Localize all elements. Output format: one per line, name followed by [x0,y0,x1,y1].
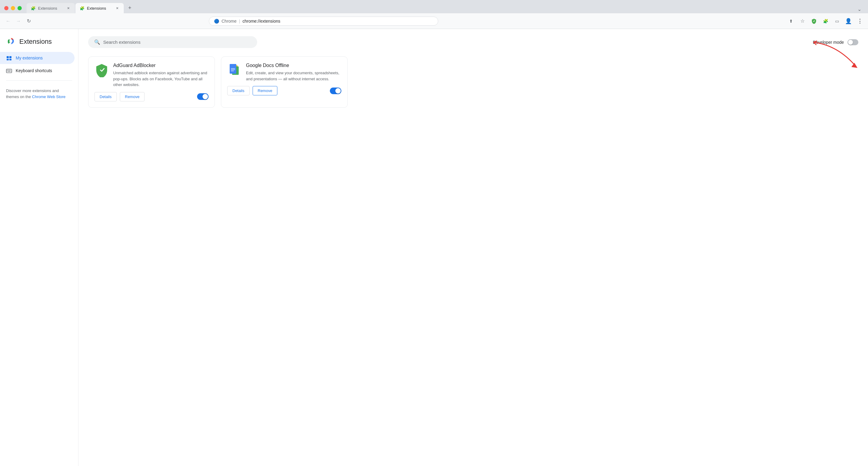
forward-button[interactable]: → [14,17,23,26]
extension-header-adguard: AdGuard AdBlocker Unmatched adblock exte… [94,63,209,88]
main-content: 🔍 Search extensions Developer mode [79,29,868,466]
adguard-remove-button[interactable]: Remove [120,92,145,101]
svg-rect-21 [231,69,235,70]
window-close[interactable] [4,6,8,10]
url-prefix: Chrome [221,19,237,24]
tab-label-2: Extensions [87,6,106,10]
extension-name-adguard: AdGuard AdBlocker [113,63,209,68]
url-divider: | [239,19,240,24]
sidebar-header: Extensions [0,34,78,52]
gdocs-remove-button[interactable]: Remove [253,86,277,95]
reload-button[interactable]: ↻ [24,17,33,26]
address-bar: ← → ↻ 🔵 Chrome | chrome://extensions ⬆ ☆ [0,13,868,29]
extension-info-adguard: AdGuard AdBlocker Unmatched adblock exte… [113,63,209,88]
svg-point-2 [9,39,12,42]
extensions-grid: AdGuard AdBlocker Unmatched adblock exte… [88,57,858,108]
sidebar-toggle[interactable]: ▭ [832,17,841,26]
tab-2[interactable]: 🧩 Extensions ✕ [75,3,124,13]
window-maximize[interactable] [18,6,22,10]
sidebar-item-keyboard-shortcuts[interactable]: Keyboard shortcuts [0,65,74,77]
sidebar-divider [6,80,72,81]
svg-rect-13 [8,71,10,71]
tab-strip-menu[interactable]: ⌄ [858,6,861,12]
adguard-toolbar-icon[interactable] [809,17,818,26]
svg-rect-8 [7,70,7,71]
svg-rect-4 [9,56,11,58]
bookmark-button[interactable]: ☆ [798,17,807,26]
gdocs-extension-icon [227,63,242,77]
browser-frame: 🧩 Extensions ✕ 🧩 Extensions ✕ + ⌄ [0,0,868,466]
svg-rect-3 [7,56,9,58]
extension-actions-gdocs: Details Remove [227,86,341,95]
tab-puzzle-icon-2: 🧩 [80,6,85,10]
sidebar-item-my-extensions[interactable]: My extensions [0,52,74,64]
chrome-web-store-link[interactable]: Chrome Web Store [32,94,65,99]
menu-button[interactable]: ⋮ [855,17,864,26]
share-button[interactable]: ⬆ [786,17,796,26]
extension-card-gdocs: Google Docs Offline Edit, create, and vi… [221,57,348,108]
my-extensions-icon [6,55,12,61]
extension-actions-adguard: Details Remove [94,92,209,101]
keyboard-shortcuts-icon [6,68,12,74]
svg-rect-9 [8,70,9,71]
sidebar-discover: Discover more extensions and themes on t… [0,84,78,103]
extension-name-gdocs: Google Docs Offline [246,63,341,68]
extension-header-gdocs: Google Docs Offline Edit, create, and vi… [227,63,341,82]
adguard-enable-toggle[interactable] [197,93,209,100]
tab-close-1[interactable]: ✕ [66,6,71,10]
developer-mode-toggle[interactable] [847,39,858,45]
gdocs-details-button[interactable]: Details [227,86,250,95]
tab-label-1: Extensions [38,6,57,10]
window-minimize[interactable] [11,6,15,10]
sidebar-item-label-keyboard-shortcuts: Keyboard shortcuts [16,68,52,73]
tab-1[interactable]: 🧩 Extensions ✕ [27,3,75,13]
svg-rect-20 [231,68,235,69]
svg-rect-5 [7,59,9,60]
gdocs-enable-toggle[interactable] [330,88,341,94]
adguard-toggle-wrapper [197,93,209,100]
search-icon: 🔍 [94,39,100,45]
extension-info-gdocs: Google Docs Offline Edit, create, and vi… [246,63,341,82]
svg-rect-22 [231,71,234,71]
url-text: chrome://extensions [242,19,280,24]
main-header: 🔍 Search extensions Developer mode [88,36,858,48]
extension-desc-adguard: Unmatched adblock extension against adve… [113,70,209,88]
url-bar[interactable]: 🔵 Chrome | chrome://extensions [209,17,438,26]
svg-rect-11 [10,70,11,71]
new-tab-button[interactable]: + [126,4,134,12]
page-content: Extensions My extensions [0,29,868,466]
profile-button[interactable]: 👤 [844,17,853,26]
back-button[interactable]: ← [4,17,13,26]
tab-close-2[interactable]: ✕ [115,6,120,10]
tab-puzzle-icon-1: 🧩 [31,6,36,10]
gdocs-toggle-wrapper [330,88,341,94]
extension-card-adguard: AdGuard AdBlocker Unmatched adblock exte… [88,57,215,108]
developer-mode-control: Developer mode [813,39,858,45]
svg-rect-14 [10,71,11,71]
sidebar-title: Extensions [19,38,52,45]
adguard-extension-icon [94,63,109,77]
extensions-button[interactable]: 🧩 [821,17,830,26]
developer-mode-label: Developer mode [813,40,844,45]
adguard-details-button[interactable]: Details [94,92,117,101]
chrome-logo [6,36,16,47]
search-placeholder: Search extensions [103,39,140,45]
sidebar-item-label-my-extensions: My extensions [16,56,42,60]
svg-rect-12 [7,71,7,71]
extension-desc-gdocs: Edit, create, and view your documents, s… [246,70,341,82]
url-security-icon: 🔵 [214,19,219,24]
svg-rect-6 [9,59,11,60]
svg-rect-10 [9,70,10,71]
sidebar-nav: My extensions [0,52,78,77]
search-bar[interactable]: 🔍 Search extensions [88,36,257,48]
sidebar: Extensions My extensions [0,29,79,466]
